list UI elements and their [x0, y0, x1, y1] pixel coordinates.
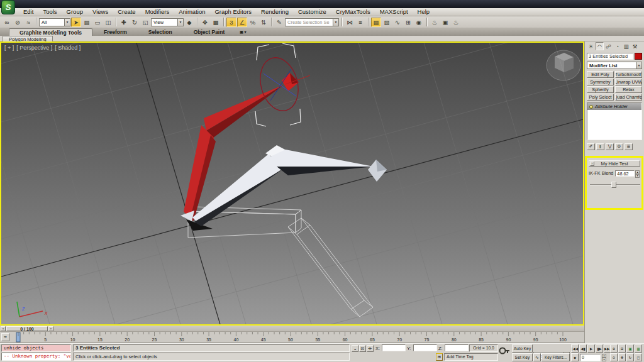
spinner-down-icon[interactable]: ▼ [602, 358, 606, 361]
selection-region-icon[interactable]: ▭ [92, 18, 103, 27]
rollout-collapse-button[interactable]: - [590, 162, 594, 166]
perspective-viewport[interactable]: z x [ + ][ Perspective ][ Shaded ] [0, 41, 584, 326]
menu-graph-editors[interactable]: Graph Editors [210, 8, 256, 16]
modifier-button-poly-select[interactable]: Poly Select [587, 94, 614, 101]
mirror-icon[interactable]: ⋈ [345, 18, 355, 27]
viewport-menu-pov[interactable]: [ Perspective ] [16, 45, 52, 51]
maxscript-listener-line2[interactable]: -- Unknown property: "value" [1, 353, 71, 361]
modifier-stack[interactable]: Attribute Holder [587, 102, 642, 140]
zoom-extents-selected-icon[interactable]: ▣ [626, 344, 634, 353]
ribbon-tab-freeform[interactable]: Freeform [94, 28, 137, 36]
zoom-icon[interactable]: ⊕ [610, 344, 618, 353]
select-and-scale-icon[interactable]: ◱ [140, 18, 150, 27]
coord-field-y[interactable] [413, 344, 437, 351]
ribbon-tab-selection[interactable]: Selection [138, 28, 182, 36]
percent-snap-toggle-icon[interactable]: % [248, 18, 258, 27]
snaps-toggle-3d-icon[interactable]: 3 [226, 18, 236, 27]
schematic-view-icon[interactable]: ⊞ [403, 18, 413, 27]
select-and-rotate-icon[interactable]: ↻ [130, 18, 140, 27]
wireframe-box-diagonal[interactable] [288, 218, 373, 317]
app-logo-icon[interactable]: S [1, 0, 15, 14]
key-mode-toggle-icon[interactable]: ◆ [571, 353, 579, 361]
tab-utilities-icon[interactable]: ⚒ [631, 42, 639, 50]
pan-view-icon[interactable]: ✥ [618, 353, 626, 361]
menu-animation[interactable]: Animation [174, 8, 209, 16]
hand-end-diamond[interactable] [368, 160, 387, 182]
tab-motion-icon[interactable]: ◔ [613, 42, 621, 50]
menu-group[interactable]: Group [62, 8, 87, 16]
next-frame-button[interactable]: ▮▶ [596, 344, 603, 353]
select-object-icon[interactable]: ➤ [71, 18, 81, 27]
maxscript-listener-line1[interactable]: unhide objects [1, 344, 71, 352]
add-time-tag[interactable]: Add Time Tag [444, 353, 498, 361]
menu-create[interactable]: Create [113, 8, 140, 16]
previous-frame-arrow[interactable]: < [1, 326, 6, 331]
material-editor-icon[interactable]: ◉ [414, 18, 424, 27]
modifier-button-symmetry[interactable]: Symmetry [587, 79, 614, 85]
modifier-enabled-bulb-icon[interactable] [589, 105, 593, 109]
remove-modifier-icon[interactable]: ⊖ [615, 143, 623, 150]
modifier-button-edit-poly[interactable]: Edit Poly [587, 71, 614, 78]
menu-customize[interactable]: Customize [294, 8, 331, 16]
coord-field-z[interactable] [445, 344, 469, 351]
named-selection-sets-dropdown[interactable]: Create Selection Se▼ [285, 18, 339, 26]
time-slider-track[interactable] [0, 326, 584, 332]
object-color-swatch[interactable] [635, 53, 642, 60]
rendered-frame-window-icon[interactable]: ▣ [440, 18, 450, 27]
current-frame-field[interactable]: 0 [580, 354, 601, 361]
ribbon-overflow-icon[interactable]: ▣ ▾ [236, 28, 250, 36]
menu-tools[interactable]: Tools [38, 8, 61, 16]
angle-snap-toggle-icon[interactable]: ∠ [237, 18, 247, 27]
viewport-menu-shading[interactable]: [ Shaded ] [55, 45, 80, 51]
fk-bone-white-upper[interactable] [265, 145, 374, 175]
tab-create-icon[interactable]: ☀ [587, 42, 595, 50]
render-production-icon[interactable]: ♨ [451, 18, 461, 27]
tab-hierarchy-icon[interactable]: ☍ [604, 42, 613, 50]
stack-item-attribute-holder[interactable]: Attribute Holder [587, 103, 641, 110]
use-pivot-center-icon[interactable]: ◆ [184, 18, 194, 27]
orbit-icon[interactable]: ↻ [626, 353, 634, 361]
menu-maxscript[interactable]: MAXScript [375, 8, 413, 16]
menu-rendering[interactable]: Rendering [257, 8, 293, 16]
selection-lock-toggle-icon[interactable]: ⊡ [359, 345, 366, 352]
menu-help[interactable]: Help [413, 8, 435, 16]
tab-polygon-modeling[interactable]: Polygon Modeling [3, 36, 53, 41]
pin-stack-icon[interactable]: ✐ [587, 143, 595, 150]
auto-key-button[interactable]: Auto Key [512, 344, 533, 353]
edit-named-selection-sets-icon[interactable]: ✎ [274, 18, 284, 27]
viewport-menu-general[interactable]: [ + ] [4, 45, 14, 51]
keyboard-shortcut-override-icon[interactable]: ▦ [211, 18, 221, 27]
modifier-button-quad-chamfer[interactable]: Quad Chamfer [615, 94, 642, 101]
modifier-button-unwrap-uvw[interactable]: Unwrap UVW [615, 79, 642, 85]
time-tag-icon[interactable]: ⊞ [436, 353, 443, 361]
ribbon-tab-object-paint[interactable]: Object Paint [184, 28, 235, 36]
viewport-canvas[interactable]: z x [1, 43, 583, 324]
select-by-name-icon[interactable]: ▤ [82, 18, 92, 27]
curve-toggle-icon[interactable]: ∿ [533, 353, 541, 361]
go-to-start-button[interactable]: |◀◀ [571, 344, 579, 353]
zoom-extents-all-icon[interactable]: ▦ [635, 344, 642, 353]
graphite-ribbon-toggle-icon[interactable]: ▧ [382, 18, 392, 27]
viewcube[interactable] [547, 50, 580, 80]
field-of-view-icon[interactable]: ⊙ [610, 353, 618, 361]
configure-modifier-sets-icon[interactable]: ≣ [625, 143, 633, 150]
spinner-down-icon[interactable]: ▼ [635, 174, 640, 178]
window-crossing-icon[interactable]: ◫ [103, 18, 113, 27]
menu-views[interactable]: Views [88, 8, 113, 16]
object-name-field[interactable]: 3 Entities Selected [587, 53, 633, 60]
rollout-header-my-hide-test[interactable]: My Hide Test [589, 160, 640, 167]
ik-bone-red-upper[interactable] [204, 85, 284, 138]
coord-field-x[interactable] [382, 344, 406, 351]
menu-crymaxtools[interactable]: CryMaxTools [331, 8, 375, 16]
play-button[interactable]: ▶ [587, 344, 595, 353]
set-key-button[interactable]: Set Key [512, 353, 533, 361]
zoom-all-icon[interactable]: ⊞ [618, 344, 626, 353]
select-and-manipulate-icon[interactable]: ✥ [200, 18, 210, 27]
modifier-list-dropdown[interactable]: Modifier List ▼ [587, 62, 642, 69]
ikfk-blend-field[interactable]: 48.62 [615, 170, 635, 177]
rotation-gizmo-circle[interactable] [255, 53, 304, 115]
set-keys-button[interactable] [499, 345, 510, 360]
status-hint-icon[interactable]: ◒ [352, 345, 358, 352]
menu-edit[interactable]: Edit [19, 8, 38, 16]
menu-modifiers[interactable]: Modifiers [141, 8, 174, 16]
